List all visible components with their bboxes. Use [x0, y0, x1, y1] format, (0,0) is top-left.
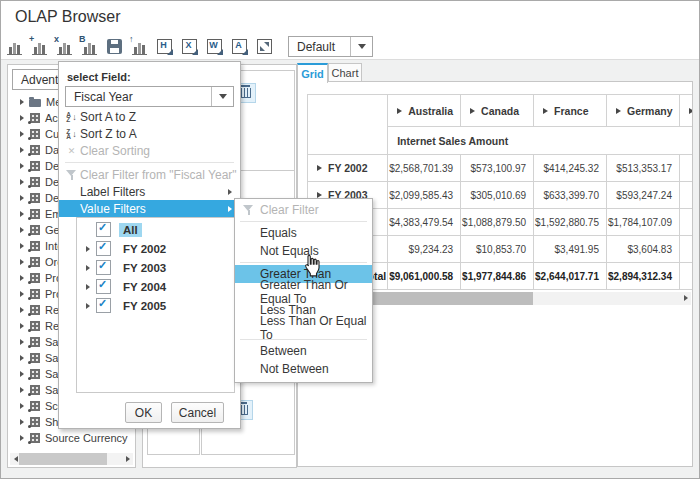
- expand-arrow-icon[interactable]: [20, 163, 24, 169]
- scrollbar-thumb[interactable]: [19, 453, 107, 465]
- filter-tree-item[interactable]: FY 2005: [77, 296, 234, 315]
- field-tree-item[interactable]: Source Currency: [8, 430, 135, 446]
- expand-arrow-icon[interactable]: [20, 275, 24, 281]
- checkbox[interactable]: [96, 241, 111, 256]
- corner-cell: [308, 95, 388, 155]
- tab-grid[interactable]: Grid: [297, 63, 328, 83]
- expand-arrow-icon[interactable]: [397, 108, 402, 114]
- menu-item[interactable]: Equals: [235, 224, 372, 242]
- checkbox[interactable]: [96, 222, 111, 237]
- export-doc-icon[interactable]: W: [206, 38, 224, 56]
- export-html-icon[interactable]: H: [156, 38, 174, 56]
- expand-arrow-icon[interactable]: [20, 259, 24, 265]
- dimension-icon: [30, 273, 40, 283]
- filter-tree-item[interactable]: All: [77, 220, 234, 239]
- menu-item[interactable]: Less Than Or Equal To: [235, 319, 372, 337]
- expand-arrow-icon[interactable]: [20, 99, 24, 105]
- expand-arrow-icon[interactable]: [20, 131, 24, 137]
- expand-arrow-icon[interactable]: [20, 387, 24, 393]
- scroll-right-icon[interactable]: [680, 292, 691, 304]
- checkbox[interactable]: [96, 260, 111, 275]
- menu-item[interactable]: Value Filters: [59, 200, 240, 217]
- trash-icon[interactable]: [241, 88, 251, 98]
- checkbox[interactable]: [96, 298, 111, 313]
- menu-item[interactable]: Sort Z to A: [59, 125, 240, 142]
- field-filter-popup: select Field: Fiscal Year Sort A to Z So…: [58, 61, 241, 429]
- expand-arrow-icon[interactable]: [20, 355, 24, 361]
- column-header[interactable]: Germany: [607, 95, 680, 127]
- expand-arrow-icon[interactable]: [86, 303, 90, 309]
- column-header[interactable]: Australia: [388, 95, 461, 127]
- expand-arrow-icon[interactable]: [20, 307, 24, 313]
- expand-arrow-icon[interactable]: [689, 108, 693, 114]
- menu-item[interactable]: Sort A to Z: [59, 108, 240, 125]
- expand-arrow-icon[interactable]: [86, 265, 90, 271]
- menu-item-icon: [242, 245, 255, 258]
- chevron-down-icon[interactable]: [350, 37, 372, 56]
- row-header[interactable]: FY 2002: [308, 155, 388, 182]
- expand-arrow-icon[interactable]: [20, 195, 24, 201]
- menu-item[interactable]: Clear Sorting: [59, 142, 240, 159]
- open-report-icon[interactable]: ↑: [131, 38, 149, 56]
- column-header[interactable]: United Kingdom: [679, 95, 693, 127]
- dimension-icon: [30, 161, 40, 171]
- menu-item[interactable]: Between: [235, 342, 372, 360]
- expand-arrow-icon[interactable]: [20, 403, 24, 409]
- field-popup-menu: Sort A to Z Sort Z to A Clear Sorting Cl…: [59, 108, 240, 217]
- expand-arrow-icon[interactable]: [616, 108, 621, 114]
- menu-item[interactable]: Not Between: [235, 360, 372, 378]
- expand-arrow-icon[interactable]: [86, 246, 90, 252]
- dimension-icon: [30, 385, 40, 395]
- ok-button[interactable]: OK: [125, 402, 162, 423]
- rename-report-icon[interactable]: B: [81, 38, 99, 56]
- value-cell: $633,399.70: [534, 182, 607, 209]
- chevron-down-icon[interactable]: [211, 87, 233, 106]
- submenu-arrow-icon: [228, 189, 232, 195]
- tab-chart[interactable]: Chart: [328, 63, 362, 82]
- value-cell: $9,234.23: [388, 236, 461, 263]
- dimension-icon: [30, 353, 40, 363]
- expand-arrow-icon[interactable]: [317, 165, 322, 171]
- menu-item[interactable]: Greater Than Or Equal To: [235, 283, 372, 301]
- field-selector-combo[interactable]: Fiscal Year: [65, 86, 234, 107]
- expand-arrow-icon[interactable]: [543, 108, 548, 114]
- menu-item[interactable]: Clear Filter from "Fiscal Year": [59, 166, 240, 183]
- expand-arrow-icon[interactable]: [20, 435, 24, 441]
- sidebar-horizontal-scrollbar[interactable]: [10, 453, 133, 465]
- scroll-right-icon[interactable]: [122, 453, 133, 465]
- expand-arrow-icon[interactable]: [20, 227, 24, 233]
- dimension-icon: [30, 257, 40, 267]
- expand-arrow-icon[interactable]: [20, 419, 24, 425]
- export-xls-icon[interactable]: X: [181, 38, 199, 56]
- fullscreen-icon[interactable]: [256, 38, 274, 56]
- expand-arrow-icon[interactable]: [20, 211, 24, 217]
- filter-tree-item[interactable]: FY 2004: [77, 277, 234, 296]
- expand-arrow-icon[interactable]: [20, 339, 24, 345]
- menu-item[interactable]: Clear Filter: [235, 201, 372, 219]
- checkbox[interactable]: [96, 279, 111, 294]
- expand-arrow-icon[interactable]: [20, 323, 24, 329]
- column-header[interactable]: France: [534, 95, 607, 127]
- menu-item[interactable]: Label Filters: [59, 183, 240, 200]
- filter-tree-item[interactable]: FY 2002: [77, 239, 234, 258]
- expand-arrow-icon[interactable]: [470, 108, 475, 114]
- delete-report-icon[interactable]: x: [56, 38, 74, 56]
- report-icon[interactable]: [6, 38, 24, 56]
- cancel-button[interactable]: Cancel: [171, 402, 224, 423]
- expand-arrow-icon[interactable]: [20, 291, 24, 297]
- export-pdf-icon[interactable]: A: [231, 38, 249, 56]
- expand-arrow-icon[interactable]: [20, 147, 24, 153]
- column-header[interactable]: Canada: [461, 95, 534, 127]
- menu-item[interactable]: Not Equals: [235, 242, 372, 260]
- report-selector-combo[interactable]: Default: [288, 36, 373, 57]
- field-tree-item-label: Source Currency: [45, 432, 128, 444]
- filter-tree-item[interactable]: FY 2003: [77, 258, 234, 277]
- table-row: FY 2002 $2,568,701.39 $573,100.97 $414,2…: [308, 155, 694, 182]
- new-report-icon[interactable]: +: [31, 38, 49, 56]
- save-report-icon[interactable]: [106, 38, 124, 56]
- expand-arrow-icon[interactable]: [20, 243, 24, 249]
- expand-arrow-icon[interactable]: [86, 284, 90, 290]
- expand-arrow-icon[interactable]: [20, 371, 24, 377]
- expand-arrow-icon[interactable]: [20, 115, 24, 121]
- expand-arrow-icon[interactable]: [20, 179, 24, 185]
